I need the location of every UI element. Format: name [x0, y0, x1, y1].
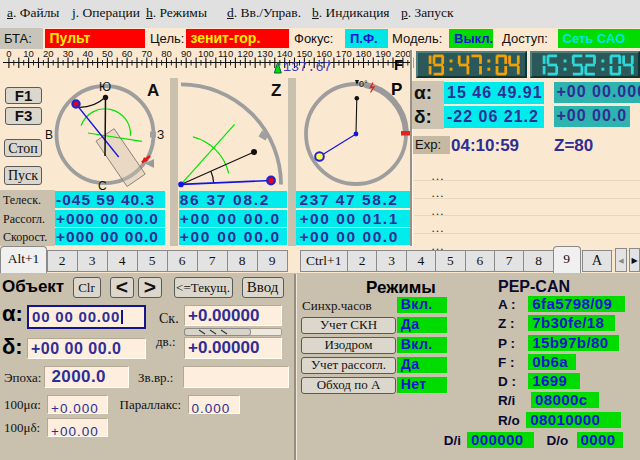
svg-text:0°: 0°	[359, 79, 368, 89]
svg-text:Ю: Ю	[99, 80, 111, 94]
svg-text:Z: Z	[271, 81, 281, 100]
svg-text:A: A	[147, 81, 159, 100]
svg-text:В: В	[45, 128, 53, 142]
svg-text:З: З	[157, 128, 164, 142]
